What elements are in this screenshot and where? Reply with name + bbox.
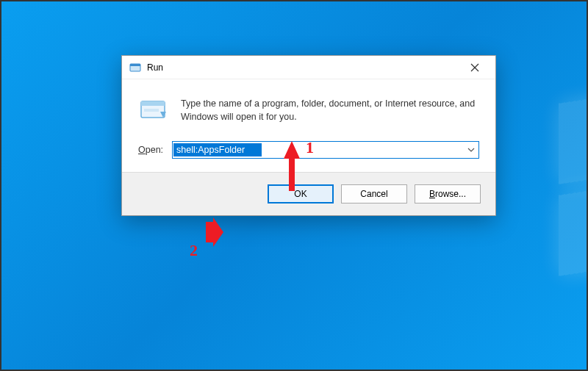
run-dialog-icon (138, 96, 168, 125)
desktop-background: Run Type the name of a progr (0, 0, 588, 371)
annotation-arrow-2 (201, 216, 226, 248)
chevron-down-icon[interactable] (464, 148, 478, 152)
titlebar: Run (122, 56, 495, 79)
dialog-description: Type the name of a program, folder, docu… (181, 96, 479, 123)
cancel-button[interactable]: Cancel (341, 184, 407, 203)
annotation-label-2: 2 (190, 241, 198, 260)
open-label: Open: (138, 145, 163, 155)
run-dialog: Run Type the name of a progr (121, 55, 496, 216)
svg-rect-5 (141, 101, 165, 106)
dialog-body: Type the name of a program, folder, docu… (122, 79, 495, 172)
browse-button[interactable]: Browse... (415, 184, 481, 203)
ok-button[interactable]: OK (268, 184, 334, 203)
dialog-title: Run (147, 62, 460, 73)
close-button[interactable] (460, 57, 490, 79)
open-combobox[interactable] (172, 141, 479, 159)
dialog-footer: OK Cancel Browse... (122, 172, 495, 215)
svg-rect-1 (130, 64, 140, 66)
run-title-icon (129, 62, 141, 73)
svg-rect-6 (144, 109, 159, 112)
close-icon (470, 63, 479, 72)
open-input[interactable] (173, 143, 262, 156)
